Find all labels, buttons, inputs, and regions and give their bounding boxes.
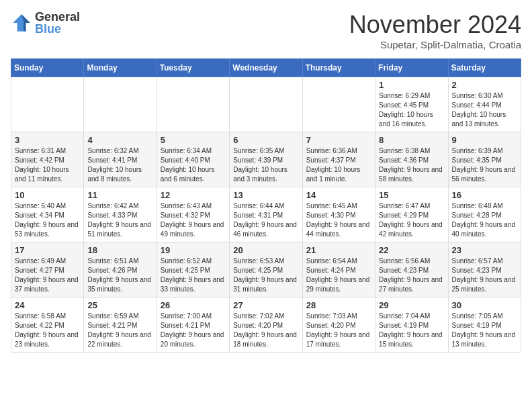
calendar-week-row: 1Sunrise: 6:29 AM Sunset: 4:45 PM Daylig…: [11, 77, 521, 132]
day-info: Sunrise: 6:31 AM Sunset: 4:42 PM Dayligh…: [15, 146, 80, 184]
weekday-header-cell: Sunday: [11, 59, 84, 77]
day-info: Sunrise: 6:36 AM Sunset: 4:37 PM Dayligh…: [306, 146, 371, 184]
day-number: 17: [15, 245, 80, 255]
logo-text: General Blue: [35, 11, 80, 35]
calendar-cell: 10Sunrise: 6:40 AM Sunset: 4:34 PM Dayli…: [11, 187, 84, 242]
day-info: Sunrise: 6:34 AM Sunset: 4:40 PM Dayligh…: [161, 146, 226, 184]
day-info: Sunrise: 7:04 AM Sunset: 4:19 PM Dayligh…: [379, 312, 444, 349]
calendar-week-row: 17Sunrise: 6:49 AM Sunset: 4:27 PM Dayli…: [11, 242, 521, 298]
day-number: 10: [15, 190, 80, 200]
day-number: 13: [233, 190, 298, 200]
weekday-header-cell: Monday: [84, 59, 157, 77]
calendar-cell: [84, 77, 157, 132]
calendar-cell: 12Sunrise: 6:43 AM Sunset: 4:32 PM Dayli…: [157, 187, 229, 242]
calendar-cell: 8Sunrise: 6:38 AM Sunset: 4:36 PM Daylig…: [375, 132, 448, 187]
day-number: 26: [161, 300, 226, 310]
day-number: 27: [233, 300, 298, 310]
calendar-cell: 1Sunrise: 6:29 AM Sunset: 4:45 PM Daylig…: [375, 77, 448, 132]
calendar-cell: 19Sunrise: 6:52 AM Sunset: 4:25 PM Dayli…: [157, 242, 229, 298]
day-info: Sunrise: 6:32 AM Sunset: 4:41 PM Dayligh…: [87, 146, 152, 184]
calendar-cell: 20Sunrise: 6:53 AM Sunset: 4:25 PM Dayli…: [230, 242, 302, 298]
day-info: Sunrise: 6:54 AM Sunset: 4:24 PM Dayligh…: [306, 257, 371, 294]
weekday-header-cell: Tuesday: [157, 59, 229, 77]
calendar-cell: 16Sunrise: 6:48 AM Sunset: 4:28 PM Dayli…: [448, 187, 521, 242]
logo-line2: Blue: [35, 23, 80, 35]
day-number: 3: [15, 135, 80, 145]
day-info: Sunrise: 6:51 AM Sunset: 4:26 PM Dayligh…: [87, 257, 152, 294]
day-info: Sunrise: 6:29 AM Sunset: 4:45 PM Dayligh…: [379, 91, 444, 129]
logo-line1: General: [35, 11, 80, 23]
day-info: Sunrise: 7:00 AM Sunset: 4:21 PM Dayligh…: [161, 312, 226, 349]
calendar-week-row: 10Sunrise: 6:40 AM Sunset: 4:34 PM Dayli…: [11, 187, 521, 242]
day-number: 11: [87, 190, 152, 200]
day-number: 30: [452, 300, 517, 310]
calendar-cell: 11Sunrise: 6:42 AM Sunset: 4:33 PM Dayli…: [84, 187, 157, 242]
weekday-header-cell: Wednesday: [230, 59, 302, 77]
logo-icon: [11, 12, 32, 34]
day-info: Sunrise: 6:40 AM Sunset: 4:34 PM Dayligh…: [15, 201, 80, 239]
calendar-cell: 15Sunrise: 6:47 AM Sunset: 4:29 PM Dayli…: [375, 187, 448, 242]
day-info: Sunrise: 7:03 AM Sunset: 4:20 PM Dayligh…: [306, 312, 371, 349]
day-number: 1: [379, 80, 444, 90]
calendar-week-row: 3Sunrise: 6:31 AM Sunset: 4:42 PM Daylig…: [11, 132, 521, 187]
day-number: 7: [306, 135, 371, 145]
day-number: 4: [87, 135, 152, 145]
day-info: Sunrise: 6:57 AM Sunset: 4:23 PM Dayligh…: [452, 257, 517, 294]
day-info: Sunrise: 6:30 AM Sunset: 4:44 PM Dayligh…: [452, 91, 517, 129]
day-info: Sunrise: 6:43 AM Sunset: 4:32 PM Dayligh…: [161, 201, 226, 239]
day-info: Sunrise: 6:58 AM Sunset: 4:22 PM Dayligh…: [15, 312, 80, 349]
calendar-cell: [11, 77, 84, 132]
calendar-cell: 27Sunrise: 7:02 AM Sunset: 4:20 PM Dayli…: [230, 298, 302, 353]
day-number: 29: [379, 300, 444, 310]
day-number: 9: [452, 135, 517, 145]
weekday-header-cell: Friday: [375, 59, 448, 77]
day-number: 8: [379, 135, 444, 145]
day-number: 5: [161, 135, 226, 145]
calendar-cell: 18Sunrise: 6:51 AM Sunset: 4:26 PM Dayli…: [84, 242, 157, 298]
calendar-cell: 9Sunrise: 6:39 AM Sunset: 4:35 PM Daylig…: [448, 132, 521, 187]
calendar-cell: 3Sunrise: 6:31 AM Sunset: 4:42 PM Daylig…: [11, 132, 84, 187]
calendar-cell: 17Sunrise: 6:49 AM Sunset: 4:27 PM Dayli…: [11, 242, 84, 298]
weekday-header-cell: Thursday: [302, 59, 375, 77]
calendar-cell: 23Sunrise: 6:57 AM Sunset: 4:23 PM Dayli…: [448, 242, 521, 298]
calendar-cell: 5Sunrise: 6:34 AM Sunset: 4:40 PM Daylig…: [157, 132, 229, 187]
day-number: 25: [87, 300, 152, 310]
calendar-cell: 14Sunrise: 6:45 AM Sunset: 4:30 PM Dayli…: [302, 187, 375, 242]
day-info: Sunrise: 6:35 AM Sunset: 4:39 PM Dayligh…: [233, 146, 298, 184]
weekday-header-cell: Saturday: [448, 59, 521, 77]
calendar-cell: 25Sunrise: 6:59 AM Sunset: 4:21 PM Dayli…: [84, 298, 157, 353]
day-number: 12: [161, 190, 226, 200]
day-info: Sunrise: 6:42 AM Sunset: 4:33 PM Dayligh…: [87, 201, 152, 239]
calendar-cell: 7Sunrise: 6:36 AM Sunset: 4:37 PM Daylig…: [302, 132, 375, 187]
logo: General Blue: [11, 11, 80, 35]
day-number: 23: [452, 245, 517, 255]
location-subtitle: Supetar, Split-Dalmatia, Croatia: [349, 39, 521, 50]
calendar-cell: 28Sunrise: 7:03 AM Sunset: 4:20 PM Dayli…: [302, 298, 375, 353]
calendar-table: SundayMondayTuesdayWednesdayThursdayFrid…: [11, 58, 521, 353]
calendar-cell: [230, 77, 302, 132]
day-info: Sunrise: 6:44 AM Sunset: 4:31 PM Dayligh…: [233, 201, 298, 239]
day-number: 16: [452, 190, 517, 200]
day-info: Sunrise: 6:56 AM Sunset: 4:23 PM Dayligh…: [379, 257, 444, 294]
day-number: 21: [306, 245, 371, 255]
day-info: Sunrise: 6:59 AM Sunset: 4:21 PM Dayligh…: [87, 312, 152, 349]
calendar-cell: 22Sunrise: 6:56 AM Sunset: 4:23 PM Dayli…: [375, 242, 448, 298]
calendar-cell: 4Sunrise: 6:32 AM Sunset: 4:41 PM Daylig…: [84, 132, 157, 187]
calendar-cell: 24Sunrise: 6:58 AM Sunset: 4:22 PM Dayli…: [11, 298, 84, 353]
weekday-header-row: SundayMondayTuesdayWednesdayThursdayFrid…: [11, 59, 521, 77]
day-info: Sunrise: 6:53 AM Sunset: 4:25 PM Dayligh…: [233, 257, 298, 294]
day-info: Sunrise: 7:02 AM Sunset: 4:20 PM Dayligh…: [233, 312, 298, 349]
day-info: Sunrise: 6:45 AM Sunset: 4:30 PM Dayligh…: [306, 201, 371, 239]
day-info: Sunrise: 6:48 AM Sunset: 4:28 PM Dayligh…: [452, 201, 517, 239]
header: General Blue November 2024 Supetar, Spli…: [11, 11, 521, 50]
day-number: 18: [87, 245, 152, 255]
day-number: 19: [161, 245, 226, 255]
day-number: 2: [452, 80, 517, 90]
calendar-cell: [157, 77, 229, 132]
day-info: Sunrise: 6:39 AM Sunset: 4:35 PM Dayligh…: [452, 146, 517, 184]
calendar-body: 1Sunrise: 6:29 AM Sunset: 4:45 PM Daylig…: [11, 77, 521, 353]
calendar-cell: 29Sunrise: 7:04 AM Sunset: 4:19 PM Dayli…: [375, 298, 448, 353]
day-info: Sunrise: 6:38 AM Sunset: 4:36 PM Dayligh…: [379, 146, 444, 184]
day-number: 20: [233, 245, 298, 255]
calendar-cell: 6Sunrise: 6:35 AM Sunset: 4:39 PM Daylig…: [230, 132, 302, 187]
